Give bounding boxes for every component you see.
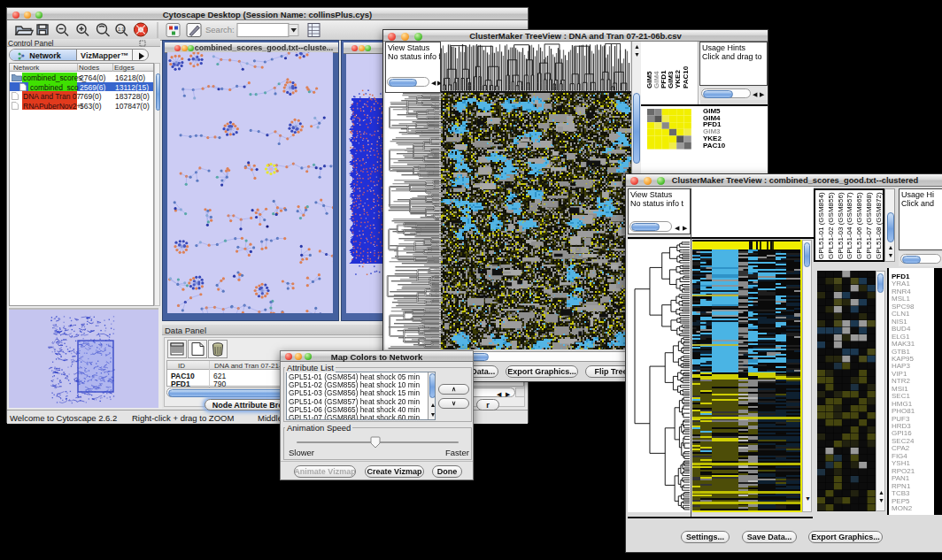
- svg-text:Search:: Search:: [205, 25, 235, 35]
- svg-text:1:1: 1:1: [118, 27, 125, 32]
